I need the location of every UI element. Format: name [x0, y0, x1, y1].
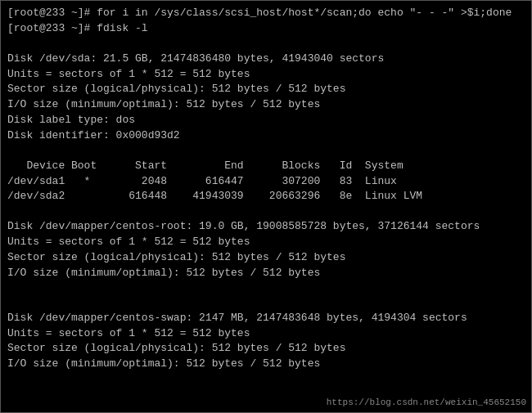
line-empty4	[7, 281, 525, 296]
line-cmd2: [root@233 ~]# fdisk -l	[7, 21, 525, 37]
line-centos-swap-io: I/O size (minimum/optimal): 512 bytes / …	[7, 357, 525, 372]
line-empty5	[7, 296, 525, 311]
line-sda-ident: Disk identifier: 0x000d93d2	[7, 128, 525, 144]
line-centos-swap: Disk /dev/mapper/centos-swap: 2147 MB, 2…	[7, 311, 525, 326]
line-empty2	[7, 144, 525, 159]
watermark: https://blog.csdn.net/weixin_45652150	[327, 397, 526, 407]
line-sda-sector: Sector size (logical/physical): 512 byte…	[7, 82, 525, 97]
line-sda-label: Disk label type: dos	[7, 113, 525, 128]
line-empty1	[7, 37, 525, 52]
line-sda1: /dev/sda1 * 2048 616447 307200 83 Linux	[7, 174, 525, 190]
line-cmd1: [root@233 ~]# for i in /sys/class/scsi_h…	[7, 6, 525, 21]
terminal-window: [root@233 ~]# for i in /sys/class/scsi_h…	[0, 0, 532, 413]
line-empty6	[7, 372, 525, 387]
line-centos-root: Disk /dev/mapper/centos-root: 19.0 GB, 1…	[7, 219, 525, 235]
line-sda-io: I/O size (minimum/optimal): 512 bytes / …	[7, 97, 525, 113]
line-centos-root-io: I/O size (minimum/optimal): 512 bytes / …	[7, 266, 525, 281]
line-centos-swap-sector: Sector size (logical/physical): 512 byte…	[7, 341, 525, 357]
line-sda2: /dev/sda2 616448 41943039 20663296 8e Li…	[7, 189, 525, 204]
line-centos-root-sector: Sector size (logical/physical): 512 byte…	[7, 250, 525, 266]
line-centos-swap-units: Units = sectors of 1 * 512 = 512 bytes	[7, 326, 525, 342]
line-sda-units: Units = sectors of 1 * 512 = 512 bytes	[7, 67, 525, 83]
line-empty3	[7, 204, 525, 219]
line-centos-root-units: Units = sectors of 1 * 512 = 512 bytes	[7, 235, 525, 250]
line-table-header: Device Boot Start End Blocks Id System	[7, 159, 525, 174]
line-sda-info: Disk /dev/sda: 21.5 GB, 21474836480 byte…	[7, 52, 525, 67]
